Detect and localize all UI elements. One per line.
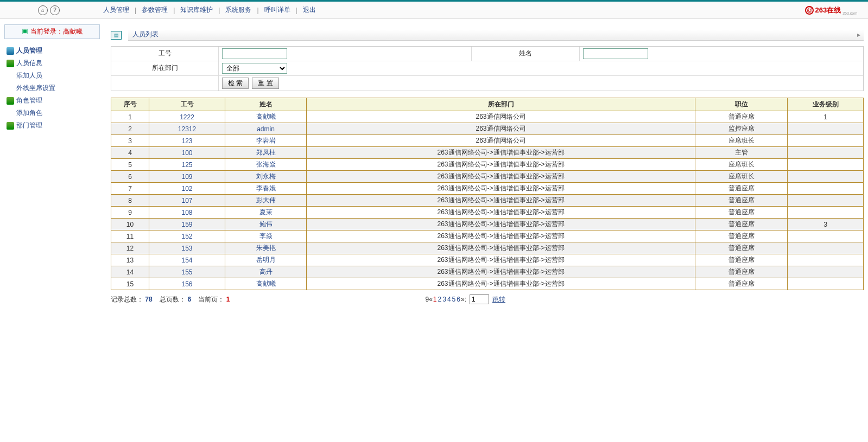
sidebar-item[interactable]: 角色管理: [2, 94, 102, 107]
pager-pages: 9«123456»:: [425, 296, 466, 303]
search-label-dept: 所在部门: [111, 61, 219, 75]
pager-page-input[interactable]: [470, 294, 489, 304]
cell-name[interactable]: admin: [225, 123, 307, 135]
pager-page-link[interactable]: 5: [452, 296, 457, 303]
topnav-link[interactable]: 人员管理: [98, 5, 135, 15]
sidebar-item-label: 添加人员: [16, 71, 42, 80]
pager-page-link[interactable]: 3: [442, 296, 447, 303]
reset-button[interactable]: 重 置: [252, 78, 278, 89]
cell-id[interactable]: 100: [149, 147, 225, 159]
sidebar-item[interactable]: 外线坐席设置: [2, 82, 102, 94]
cell-pos: 座席班长: [695, 135, 788, 147]
sidebar-item[interactable]: 人员信息: [2, 57, 102, 69]
cell-lvl: [788, 195, 864, 207]
cell-name[interactable]: 夏茉: [225, 207, 307, 219]
search-label-name: 姓名: [471, 47, 580, 61]
cell-id[interactable]: 155: [149, 266, 225, 278]
sidebar-item[interactable]: 部门管理: [2, 119, 102, 132]
table-row: 7102李春娥263通信网络公司->通信增值事业部->运营部普通座席: [111, 183, 864, 195]
pager-jump-link[interactable]: 跳转: [492, 295, 505, 304]
home-icon[interactable]: ⌂: [38, 5, 48, 15]
cell-id[interactable]: 125: [149, 159, 225, 171]
cell-name[interactable]: 彭大伟: [225, 195, 307, 207]
cell-name[interactable]: 郑凤柱: [225, 147, 307, 159]
cell-name[interactable]: 朱美艳: [225, 242, 307, 254]
cell-id[interactable]: 1222: [149, 111, 225, 123]
cell-id[interactable]: 156: [149, 278, 225, 290]
cell-name[interactable]: 李焱: [225, 230, 307, 242]
pager-controls: 9«123456»: 跳转: [425, 294, 505, 304]
cell-pos: 普通座席: [695, 207, 788, 219]
table-row: 5125张海焱263通信网络公司->通信增值事业部->运营部座席班长: [111, 159, 864, 171]
cell-dept: 263通信网络公司->通信增值事业部->运营部: [307, 278, 695, 290]
cell-lvl: [788, 123, 864, 135]
table-row: 9108夏茉263通信网络公司->通信增值事业部->运营部普通座席: [111, 207, 864, 219]
cell-id[interactable]: 153: [149, 242, 225, 254]
panel-title-bar: 人员列表 ▸: [128, 30, 864, 41]
cell-pos: 座席班长: [695, 159, 788, 171]
sidebar-item[interactable]: 添加人员: [2, 69, 102, 82]
search-input-name[interactable]: [583, 48, 648, 59]
cell-pos: 座席班长: [695, 171, 788, 183]
search-input-id[interactable]: [222, 48, 287, 59]
cell-id[interactable]: 152: [149, 230, 225, 242]
cell-id[interactable]: 107: [149, 195, 225, 207]
search-select-dept[interactable]: 全部: [222, 63, 287, 74]
pager-prev-icon[interactable]: 9«: [425, 296, 432, 303]
topnav-link[interactable]: 系统服务: [220, 5, 257, 15]
pager-total-records-label: 记录总数：: [111, 296, 143, 303]
cell-dept: 263通信网络公司->通信增值事业部->运营部: [307, 159, 695, 171]
cell-id[interactable]: 154: [149, 254, 225, 266]
cell-name[interactable]: 李岩岩: [225, 135, 307, 147]
help-icon[interactable]: ?: [50, 5, 60, 15]
cell-id[interactable]: 108: [149, 207, 225, 219]
cell-name[interactable]: 鲍伟: [225, 219, 307, 230]
table-row: 13154岳明月263通信网络公司->通信增值事业部->运营部普通座席: [111, 254, 864, 266]
cell-name[interactable]: 高献曦: [225, 278, 307, 290]
folder-icon: [7, 97, 14, 105]
brand-sub: 263.com: [842, 11, 857, 15]
cell-dept: 263通信网络公司->通信增值事业部->运营部: [307, 207, 695, 219]
cell-dept: 263通信网络公司->通信增值事业部->运营部: [307, 147, 695, 159]
cell-seq: 9: [111, 207, 149, 219]
pager-next-icon[interactable]: »:: [461, 296, 466, 303]
cell-pos: 普通座席: [695, 278, 788, 290]
table-row: 11222高献曦263通信网络公司普通座席1: [111, 111, 864, 123]
cell-name[interactable]: 李春娥: [225, 183, 307, 195]
cell-name[interactable]: 张海焱: [225, 159, 307, 171]
pager-page-link[interactable]: 4: [447, 296, 452, 303]
topnav-link[interactable]: 知识库维护: [175, 5, 218, 15]
cell-name[interactable]: 刘永梅: [225, 171, 307, 183]
cell-pos: 普通座席: [695, 183, 788, 195]
cell-dept: 263通信网络公司->通信增值事业部->运营部: [307, 254, 695, 266]
pager-page-link[interactable]: 6: [456, 296, 461, 303]
cell-dept: 263通信网络公司: [307, 123, 695, 135]
sidebar-item[interactable]: 添加角色: [2, 107, 102, 119]
cell-name[interactable]: 岳明月: [225, 254, 307, 266]
pager-page-link[interactable]: 1: [433, 296, 438, 303]
search-button[interactable]: 检 索: [222, 78, 249, 89]
cell-dept: 263通信网络公司->通信增值事业部->运营部: [307, 266, 695, 278]
cell-id[interactable]: 102: [149, 183, 225, 195]
login-user: 高献曦: [63, 28, 83, 35]
table-row: 3123李岩岩263通信网络公司座席班长: [111, 135, 864, 147]
chevron-right-icon[interactable]: ▸: [857, 31, 860, 39]
search-buttons-spacer: [111, 76, 219, 91]
topnav-link[interactable]: 呼叫详单: [259, 5, 296, 15]
cell-id[interactable]: 159: [149, 219, 225, 230]
cell-name[interactable]: 高献曦: [225, 111, 307, 123]
th-pos: 职位: [695, 98, 788, 111]
sidebar-item-label: 人员管理: [16, 46, 42, 55]
cell-name[interactable]: 高丹: [225, 266, 307, 278]
th-id: 工号: [149, 98, 225, 111]
cell-id[interactable]: 109: [149, 171, 225, 183]
cell-id[interactable]: 12312: [149, 123, 225, 135]
cell-dept: 263通信网络公司: [307, 135, 695, 147]
topnav-link[interactable]: 参数管理: [136, 5, 173, 15]
pager-total-records: 78: [145, 296, 152, 303]
sidebar-item-label: 人员信息: [16, 59, 42, 68]
pager-page-link[interactable]: 2: [438, 296, 442, 303]
cell-id[interactable]: 123: [149, 135, 225, 147]
topnav-link[interactable]: 退出: [297, 5, 321, 15]
sidebar-item[interactable]: 人员管理: [2, 44, 102, 57]
